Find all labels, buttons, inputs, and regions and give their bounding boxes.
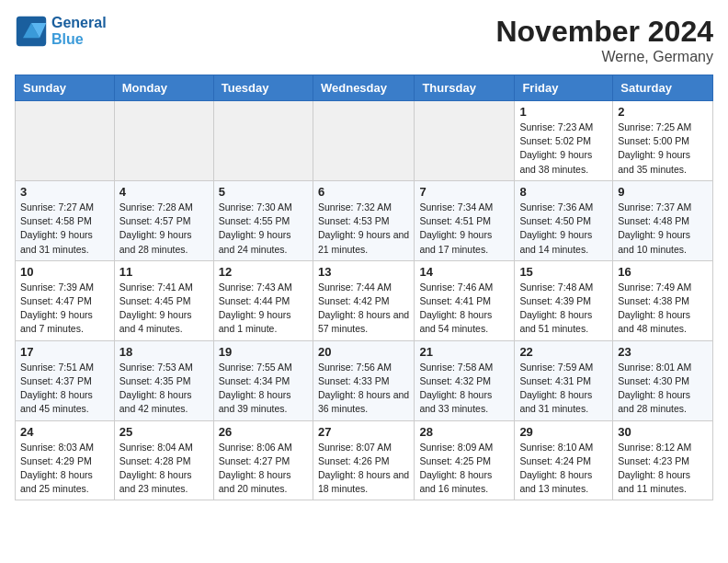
calendar-week-row: 10Sunrise: 7:39 AM Sunset: 4:47 PM Dayli… [16,260,713,340]
day-info: Sunrise: 7:44 AM Sunset: 4:42 PM Dayligh… [318,281,409,337]
calendar-week-row: 3Sunrise: 7:27 AM Sunset: 4:58 PM Daylig… [16,180,713,260]
day-info: Sunrise: 7:58 AM Sunset: 4:32 PM Dayligh… [419,361,509,417]
day-info: Sunrise: 8:01 AM Sunset: 4:30 PM Dayligh… [618,361,708,417]
weekday-header: Tuesday [213,75,313,101]
day-info: Sunrise: 8:04 AM Sunset: 4:28 PM Dayligh… [119,441,209,497]
day-info: Sunrise: 7:25 AM Sunset: 5:00 PM Dayligh… [618,121,708,177]
calendar-cell: 27Sunrise: 8:07 AM Sunset: 4:26 PM Dayli… [313,420,414,500]
header: General Blue November 2024 Werne, German… [15,15,713,65]
day-info: Sunrise: 7:39 AM Sunset: 4:47 PM Dayligh… [20,281,109,337]
calendar-cell: 20Sunrise: 7:56 AM Sunset: 4:33 PM Dayli… [313,340,414,420]
day-number: 14 [419,265,509,279]
day-number: 5 [219,185,308,199]
calendar-cell: 10Sunrise: 7:39 AM Sunset: 4:47 PM Dayli… [16,260,115,340]
logo-text: General Blue [51,15,107,48]
day-number: 20 [318,345,409,359]
day-number: 23 [618,345,708,359]
day-number: 29 [519,425,608,439]
day-info: Sunrise: 7:41 AM Sunset: 4:45 PM Dayligh… [119,281,209,337]
calendar-cell: 29Sunrise: 8:10 AM Sunset: 4:24 PM Dayli… [515,420,613,500]
day-info: Sunrise: 7:37 AM Sunset: 4:48 PM Dayligh… [618,201,708,257]
calendar-cell: 3Sunrise: 7:27 AM Sunset: 4:58 PM Daylig… [16,180,115,260]
day-info: Sunrise: 7:56 AM Sunset: 4:33 PM Dayligh… [318,361,409,417]
calendar-cell: 28Sunrise: 8:09 AM Sunset: 4:25 PM Dayli… [415,420,515,500]
weekday-header: Wednesday [313,75,414,101]
calendar-cell: 21Sunrise: 7:58 AM Sunset: 4:32 PM Dayli… [415,340,515,420]
day-info: Sunrise: 8:06 AM Sunset: 4:27 PM Dayligh… [219,441,308,497]
calendar-week-row: 24Sunrise: 8:03 AM Sunset: 4:29 PM Dayli… [16,420,713,500]
calendar-cell [16,101,115,181]
day-number: 24 [20,425,109,439]
calendar-cell [213,101,313,181]
calendar-cell: 26Sunrise: 8:06 AM Sunset: 4:27 PM Dayli… [213,420,313,500]
calendar-cell [114,101,213,181]
day-number: 28 [419,425,509,439]
calendar-cell: 19Sunrise: 7:55 AM Sunset: 4:34 PM Dayli… [213,340,313,420]
calendar-header-row: SundayMondayTuesdayWednesdayThursdayFrid… [16,75,713,101]
day-number: 10 [20,265,109,279]
day-number: 4 [119,185,209,199]
day-info: Sunrise: 8:09 AM Sunset: 4:25 PM Dayligh… [419,441,509,497]
day-number: 6 [318,185,409,199]
day-number: 13 [318,265,409,279]
calendar-cell: 2Sunrise: 7:25 AM Sunset: 5:00 PM Daylig… [613,101,713,181]
day-info: Sunrise: 7:48 AM Sunset: 4:39 PM Dayligh… [519,281,608,337]
day-number: 15 [519,265,608,279]
day-info: Sunrise: 7:51 AM Sunset: 4:37 PM Dayligh… [20,361,109,417]
weekday-header: Sunday [16,75,115,101]
day-info: Sunrise: 7:23 AM Sunset: 5:02 PM Dayligh… [519,121,608,177]
calendar-cell: 1Sunrise: 7:23 AM Sunset: 5:02 PM Daylig… [515,101,613,181]
day-number: 27 [318,425,409,439]
logo: General Blue [15,15,107,48]
day-info: Sunrise: 8:10 AM Sunset: 4:24 PM Dayligh… [519,441,608,497]
calendar-week-row: 1Sunrise: 7:23 AM Sunset: 5:02 PM Daylig… [16,101,713,181]
day-info: Sunrise: 7:32 AM Sunset: 4:53 PM Dayligh… [318,201,409,257]
calendar-cell: 17Sunrise: 7:51 AM Sunset: 4:37 PM Dayli… [16,340,115,420]
day-number: 22 [519,345,608,359]
day-info: Sunrise: 7:53 AM Sunset: 4:35 PM Dayligh… [119,361,209,417]
day-number: 8 [519,185,608,199]
day-info: Sunrise: 7:36 AM Sunset: 4:50 PM Dayligh… [519,201,608,257]
day-number: 12 [219,265,308,279]
calendar-cell: 24Sunrise: 8:03 AM Sunset: 4:29 PM Dayli… [16,420,115,500]
day-info: Sunrise: 8:07 AM Sunset: 4:26 PM Dayligh… [318,441,409,497]
day-info: Sunrise: 7:55 AM Sunset: 4:34 PM Dayligh… [219,361,308,417]
day-number: 3 [20,185,109,199]
day-info: Sunrise: 7:30 AM Sunset: 4:55 PM Dayligh… [219,201,308,257]
day-info: Sunrise: 7:46 AM Sunset: 4:41 PM Dayligh… [419,281,509,337]
day-info: Sunrise: 8:03 AM Sunset: 4:29 PM Dayligh… [20,441,109,497]
calendar-cell: 25Sunrise: 8:04 AM Sunset: 4:28 PM Dayli… [114,420,213,500]
calendar-cell: 18Sunrise: 7:53 AM Sunset: 4:35 PM Dayli… [114,340,213,420]
calendar-cell: 11Sunrise: 7:41 AM Sunset: 4:45 PM Dayli… [114,260,213,340]
day-number: 17 [20,345,109,359]
calendar-week-row: 17Sunrise: 7:51 AM Sunset: 4:37 PM Dayli… [16,340,713,420]
day-info: Sunrise: 7:43 AM Sunset: 4:44 PM Dayligh… [219,281,308,337]
calendar-cell: 8Sunrise: 7:36 AM Sunset: 4:50 PM Daylig… [515,180,613,260]
calendar-cell: 15Sunrise: 7:48 AM Sunset: 4:39 PM Dayli… [515,260,613,340]
location: Werne, Germany [495,49,713,65]
calendar-cell: 4Sunrise: 7:28 AM Sunset: 4:57 PM Daylig… [114,180,213,260]
day-info: Sunrise: 7:59 AM Sunset: 4:31 PM Dayligh… [519,361,608,417]
day-info: Sunrise: 7:27 AM Sunset: 4:58 PM Dayligh… [20,201,109,257]
calendar-cell: 9Sunrise: 7:37 AM Sunset: 4:48 PM Daylig… [613,180,713,260]
calendar-cell [313,101,414,181]
calendar-cell: 6Sunrise: 7:32 AM Sunset: 4:53 PM Daylig… [313,180,414,260]
weekday-header: Saturday [613,75,713,101]
calendar-cell: 16Sunrise: 7:49 AM Sunset: 4:38 PM Dayli… [613,260,713,340]
day-number: 11 [119,265,209,279]
calendar-cell [415,101,515,181]
day-number: 30 [618,425,708,439]
calendar-cell: 5Sunrise: 7:30 AM Sunset: 4:55 PM Daylig… [213,180,313,260]
calendar-cell: 14Sunrise: 7:46 AM Sunset: 4:41 PM Dayli… [415,260,515,340]
weekday-header: Thursday [415,75,515,101]
day-number: 2 [618,105,708,119]
day-info: Sunrise: 8:12 AM Sunset: 4:23 PM Dayligh… [618,441,708,497]
day-number: 19 [219,345,308,359]
logo-icon [15,15,48,48]
calendar-cell: 13Sunrise: 7:44 AM Sunset: 4:42 PM Dayli… [313,260,414,340]
month-title: November 2024 [495,15,713,49]
calendar-cell: 12Sunrise: 7:43 AM Sunset: 4:44 PM Dayli… [213,260,313,340]
day-info: Sunrise: 7:28 AM Sunset: 4:57 PM Dayligh… [119,201,209,257]
calendar-cell: 7Sunrise: 7:34 AM Sunset: 4:51 PM Daylig… [415,180,515,260]
day-number: 25 [119,425,209,439]
